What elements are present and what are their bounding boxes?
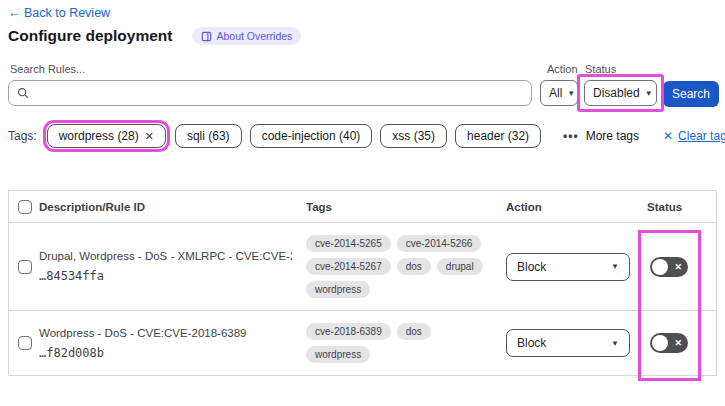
chevron-down-icon: ▼ (645, 89, 653, 98)
description-cell: Drupal, Wordpress - DoS - XMLRPC - CVE:C… (39, 250, 306, 283)
action-cell: Block ▼ (506, 253, 647, 281)
status-filter-value: Disabled (593, 86, 640, 100)
description-cell: Wordpress - DoS - CVE:CVE-2018-6389 …f82… (39, 327, 306, 360)
rule-description: Drupal, Wordpress - DoS - XMLRPC - CVE:C… (39, 250, 292, 262)
table-body: Drupal, Wordpress - DoS - XMLRPC - CVE:C… (9, 223, 716, 375)
search-rules-label: Search Rules... (10, 63, 85, 75)
table-row: Wordpress - DoS - CVE:CVE-2018-6389 …f82… (9, 311, 716, 375)
status-toggle-off[interactable]: ✕ (650, 333, 688, 353)
action-filter-label: Action (547, 63, 578, 75)
rule-tags-cell: cve-2018-6389doswordpress (306, 323, 506, 363)
title-row: Configure deployment About Overrides (8, 27, 301, 45)
table-row: Drupal, Wordpress - DoS - XMLRPC - CVE:C… (9, 223, 716, 311)
rule-tag-pill: cve-2014-5266 (397, 235, 482, 252)
tag-chip[interactable]: code-injection (40) (250, 124, 373, 148)
rule-tag-pill: wordpress (306, 281, 370, 298)
more-tags-button[interactable]: ••• More tags (563, 129, 639, 143)
tag-chip[interactable]: header (32) (455, 124, 541, 148)
action-select-value: Block (517, 260, 546, 274)
row-checkbox[interactable] (18, 260, 32, 274)
tags-bar-label: Tags: (8, 129, 37, 143)
action-select[interactable]: Block ▼ (506, 253, 630, 281)
toggle-knob (652, 259, 668, 275)
chevron-down-icon: ▼ (567, 89, 575, 98)
status-cell: ✕ (647, 333, 716, 353)
tag-chip[interactable]: sqli (63) (175, 124, 242, 148)
search-button[interactable]: Search (663, 81, 719, 107)
clear-x-icon: ✕ (663, 129, 673, 143)
rule-id: …84534ffa (39, 269, 292, 283)
status-cell: ✕ (647, 257, 716, 277)
action-select-value: Block (517, 336, 546, 350)
about-overrides-label: About Overrides (216, 30, 292, 42)
rule-tag-pill: drupal (437, 258, 483, 275)
ellipsis-icon: ••• (563, 129, 579, 143)
rule-id: …f82d008b (39, 346, 292, 360)
rule-tag-pill: cve-2014-5265 (306, 235, 391, 252)
tag-chip-list: sqli (63)code-injection (40)xss (35)head… (175, 124, 549, 148)
rule-tag-pill: cve-2014-5267 (306, 258, 391, 275)
rule-description: Wordpress - DoS - CVE:CVE-2018-6389 (39, 327, 292, 339)
table-header-row: Description/Rule ID Tags Action Status (9, 191, 716, 223)
toggle-off-x-icon: ✕ (674, 262, 682, 272)
clear-tags-button[interactable]: ✕ Clear tags (663, 129, 725, 143)
book-icon (201, 31, 212, 42)
column-header-description: Description/Rule ID (39, 201, 306, 213)
status-filter-dropdown[interactable]: Disabled ▼ (584, 80, 657, 106)
search-icon (17, 87, 29, 99)
select-all-checkbox[interactable] (18, 200, 32, 214)
selected-tag-highlight-box: wordpress (28) ✕ (43, 120, 170, 152)
tags-bar: Tags: wordpress (28) ✕ sqli (63)code-inj… (8, 119, 725, 153)
column-header-action: Action (506, 201, 647, 213)
action-filter-value: All (549, 86, 562, 100)
column-header-status: Status (647, 201, 716, 213)
page-title: Configure deployment (8, 27, 172, 45)
clear-tags-label: Clear tags (678, 129, 725, 143)
rule-tag-pill: dos (397, 258, 431, 275)
tag-chip-label: wordpress (28) (59, 129, 139, 143)
column-header-tags: Tags (306, 201, 506, 213)
chevron-down-icon: ▼ (611, 339, 619, 348)
back-to-review-link[interactable]: ← Back to Review (8, 6, 110, 20)
search-input[interactable] (8, 80, 532, 106)
tag-chip-wordpress[interactable]: wordpress (28) ✕ (47, 124, 166, 148)
rule-tag-pill: dos (397, 323, 431, 340)
row-checkbox[interactable] (18, 336, 32, 350)
rule-tags-cell: cve-2014-5265cve-2014-5266cve-2014-5267d… (306, 235, 506, 298)
rule-tag-pill: wordpress (306, 346, 370, 363)
toggle-off-x-icon: ✕ (674, 338, 682, 348)
action-filter-dropdown[interactable]: All ▼ (540, 80, 578, 106)
status-filter-label: Status (585, 63, 616, 75)
toggle-knob (652, 335, 668, 351)
rule-tag-pill: cve-2018-6389 (306, 323, 391, 340)
status-toggle-off[interactable]: ✕ (650, 257, 688, 277)
action-cell: Block ▼ (506, 329, 647, 357)
chevron-down-icon: ▼ (611, 262, 619, 271)
about-overrides-badge[interactable]: About Overrides (192, 27, 301, 45)
remove-tag-icon[interactable]: ✕ (145, 130, 154, 143)
rules-table: Description/Rule ID Tags Action Status D… (8, 190, 717, 376)
more-tags-label: More tags (586, 129, 639, 143)
tag-chip[interactable]: xss (35) (380, 124, 447, 148)
action-select[interactable]: Block ▼ (506, 329, 630, 357)
